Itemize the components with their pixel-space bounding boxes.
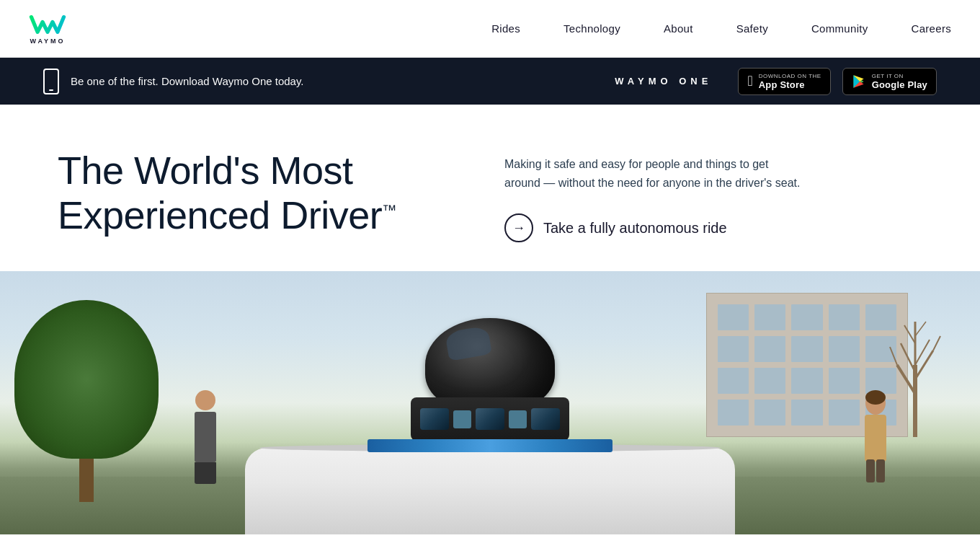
hero-cta-button[interactable]: → Take a fully autonomous ride [504, 213, 922, 242]
sensor-window [420, 408, 449, 430]
nav-safety[interactable]: Safety [736, 22, 768, 35]
person-right [858, 390, 894, 484]
sensor-window-small [453, 410, 471, 428]
app-store-big: App Store [759, 79, 821, 90]
svg-line-3 [901, 343, 915, 372]
app-store-small: Download on the [759, 73, 821, 79]
window [754, 400, 785, 426]
tree-trunk [79, 459, 94, 502]
navbar: WAYMO Rides Technology About Safety Comm… [0, 0, 980, 58]
person-legs [195, 462, 216, 484]
nav-technology[interactable]: Technology [564, 22, 620, 35]
svg-point-11 [865, 390, 886, 405]
sensor-bar [411, 397, 569, 441]
nav-rides[interactable]: Rides [491, 22, 520, 35]
hero-right: Making it safe and easy for people and t… [504, 148, 922, 242]
google-play-small: GET IT ON [872, 73, 927, 79]
person-right-svg [858, 390, 894, 484]
waymo-one-brand: WAYMO ONE [615, 76, 712, 87]
hero-description: Making it safe and easy for people and t… [504, 155, 807, 192]
nav-careers[interactable]: Careers [912, 22, 951, 35]
hero-image [0, 271, 980, 534]
apple-icon:  [747, 73, 752, 89]
window [829, 336, 860, 362]
window [754, 368, 785, 394]
person-head [195, 390, 215, 410]
window [791, 304, 822, 330]
waymo-logo-icon [29, 13, 66, 36]
svg-rect-12 [865, 415, 886, 462]
svg-line-9 [915, 322, 926, 336]
svg-line-6 [933, 336, 940, 351]
app-store-text: Download on the App Store [759, 73, 821, 90]
bare-tree-right [886, 307, 944, 440]
window [791, 400, 822, 426]
svg-line-5 [890, 347, 897, 365]
cta-label: Take a fully autonomous ride [543, 220, 727, 237]
waymo-blue-stripe [368, 439, 612, 452]
window [829, 304, 860, 330]
window [791, 336, 822, 362]
sensor-window-3 [531, 408, 560, 430]
window [829, 368, 860, 394]
sensor-window-small-2 [509, 410, 527, 428]
banner-right: WAYMO ONE  Download on the App Store GE… [615, 68, 937, 95]
nav-about[interactable]: About [664, 22, 693, 35]
sensor-window-2 [476, 408, 504, 430]
person-left [187, 390, 223, 477]
banner-left: Be one of the first. Download Waymo One … [43, 69, 304, 94]
svg-rect-14 [876, 459, 885, 482]
bare-tree-svg [886, 307, 944, 437]
phone-icon [43, 69, 59, 94]
arrow-right-icon: → [512, 221, 525, 236]
brand-name: WAYMO [30, 38, 65, 45]
hero-title: The World's Most Experienced Driver™ [58, 148, 476, 237]
car-scene [0, 271, 980, 534]
google-play-text: GET IT ON Google Play [872, 73, 927, 90]
google-play-icon [852, 74, 866, 89]
hero-left: The World's Most Experienced Driver™ [58, 148, 476, 237]
announcement-banner: Be one of the first. Download Waymo One … [0, 58, 980, 105]
person-body [195, 412, 216, 462]
nav-community[interactable]: Community [811, 22, 868, 35]
car-roof-unit [368, 318, 612, 477]
svg-line-2 [915, 351, 933, 379]
cta-arrow-circle: → [504, 213, 533, 242]
app-store-button[interactable]:  Download on the App Store [738, 68, 830, 95]
banner-message: Be one of the first. Download Waymo One … [71, 75, 304, 87]
logo[interactable]: WAYMO [29, 13, 66, 45]
window [791, 368, 822, 394]
window [754, 336, 785, 362]
svg-rect-13 [866, 459, 875, 482]
svg-line-1 [897, 365, 915, 394]
svg-line-8 [904, 325, 915, 343]
tree-canopy [14, 300, 159, 459]
google-play-button[interactable]: GET IT ON Google Play [842, 68, 937, 95]
window [754, 304, 785, 330]
window [829, 400, 860, 426]
google-play-big: Google Play [872, 79, 927, 90]
waymo-car [245, 318, 735, 534]
hero-section: The World's Most Experienced Driver™ Mak… [0, 105, 980, 271]
tree-left [14, 300, 159, 502]
nav-links: Rides Technology About Safety Community … [491, 22, 951, 35]
